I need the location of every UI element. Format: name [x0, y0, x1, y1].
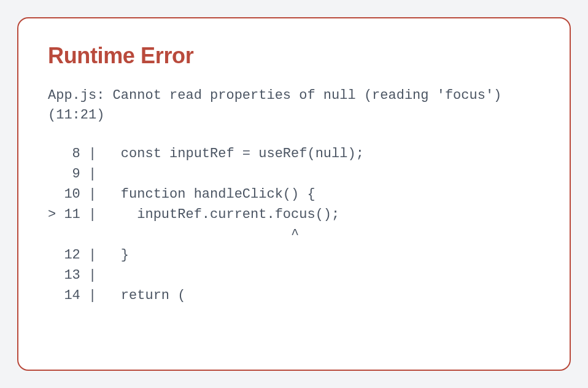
error-code-frame: 8 | const inputRef = useRef(null); 9 | 1…: [48, 144, 540, 306]
error-message: App.js: Cannot read properties of null (…: [48, 86, 540, 125]
error-title: Runtime Error: [48, 43, 540, 69]
runtime-error-panel: Runtime Error App.js: Cannot read proper…: [17, 17, 571, 371]
